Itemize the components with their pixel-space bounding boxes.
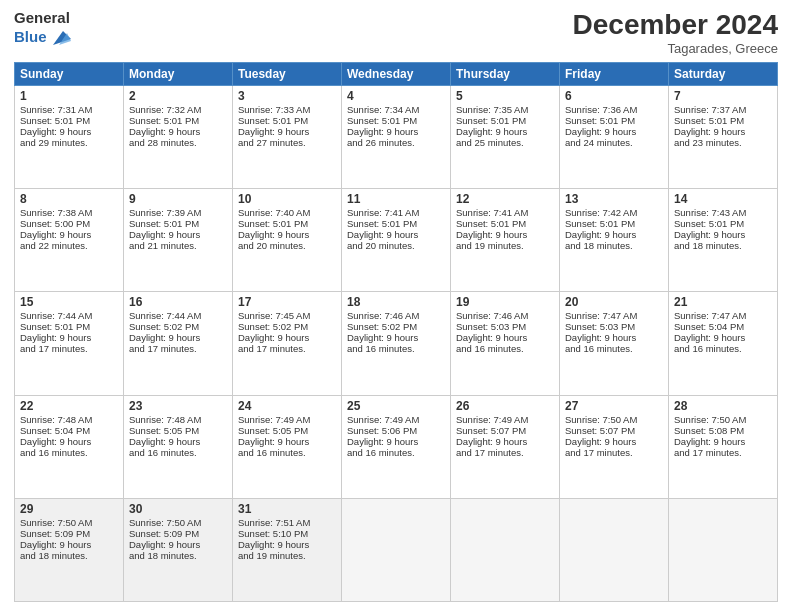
day-info-line: and 17 minutes. bbox=[674, 447, 772, 458]
calendar-cell: 11Sunrise: 7:41 AMSunset: 5:01 PMDayligh… bbox=[342, 189, 451, 292]
calendar-cell: 12Sunrise: 7:41 AMSunset: 5:01 PMDayligh… bbox=[451, 189, 560, 292]
calendar-header-monday: Monday bbox=[124, 62, 233, 85]
day-info-line: Sunrise: 7:47 AM bbox=[565, 310, 663, 321]
title-block: December 2024 Tagarades, Greece bbox=[573, 10, 778, 56]
day-info-line: Daylight: 9 hours bbox=[674, 332, 772, 343]
day-info-line: Sunset: 5:05 PM bbox=[238, 425, 336, 436]
day-number: 15 bbox=[20, 295, 118, 309]
day-info-line: Sunrise: 7:41 AM bbox=[347, 207, 445, 218]
calendar-cell: 14Sunrise: 7:43 AMSunset: 5:01 PMDayligh… bbox=[669, 189, 778, 292]
day-number: 28 bbox=[674, 399, 772, 413]
day-info-line: Sunset: 5:02 PM bbox=[238, 321, 336, 332]
calendar-cell: 3Sunrise: 7:33 AMSunset: 5:01 PMDaylight… bbox=[233, 85, 342, 188]
day-info-line: Sunrise: 7:46 AM bbox=[456, 310, 554, 321]
day-info-line: and 18 minutes. bbox=[674, 240, 772, 251]
day-info-line: and 16 minutes. bbox=[347, 343, 445, 354]
day-info-line: Daylight: 9 hours bbox=[129, 229, 227, 240]
calendar-cell: 31Sunrise: 7:51 AMSunset: 5:10 PMDayligh… bbox=[233, 498, 342, 601]
day-info-line: and 16 minutes. bbox=[129, 447, 227, 458]
calendar-cell: 13Sunrise: 7:42 AMSunset: 5:01 PMDayligh… bbox=[560, 189, 669, 292]
day-info-line: Sunrise: 7:36 AM bbox=[565, 104, 663, 115]
day-info-line: Sunrise: 7:49 AM bbox=[456, 414, 554, 425]
day-number: 2 bbox=[129, 89, 227, 103]
day-info-line: Sunset: 5:00 PM bbox=[20, 218, 118, 229]
day-info-line: Sunset: 5:01 PM bbox=[456, 218, 554, 229]
day-number: 6 bbox=[565, 89, 663, 103]
calendar-cell: 24Sunrise: 7:49 AMSunset: 5:05 PMDayligh… bbox=[233, 395, 342, 498]
calendar-header-friday: Friday bbox=[560, 62, 669, 85]
day-info-line: Sunset: 5:02 PM bbox=[129, 321, 227, 332]
day-info-line: and 17 minutes. bbox=[129, 343, 227, 354]
day-number: 4 bbox=[347, 89, 445, 103]
day-info-line: Sunset: 5:09 PM bbox=[20, 528, 118, 539]
day-info-line: and 17 minutes. bbox=[456, 447, 554, 458]
day-info-line: Daylight: 9 hours bbox=[20, 126, 118, 137]
calendar-cell: 22Sunrise: 7:48 AMSunset: 5:04 PMDayligh… bbox=[15, 395, 124, 498]
day-info-line: and 26 minutes. bbox=[347, 137, 445, 148]
day-info-line: Sunrise: 7:50 AM bbox=[20, 517, 118, 528]
calendar-header-thursday: Thursday bbox=[451, 62, 560, 85]
day-info-line: Sunset: 5:01 PM bbox=[20, 321, 118, 332]
header: General Blue December 2024 Tagarades, Gr… bbox=[14, 10, 778, 56]
day-info-line: Daylight: 9 hours bbox=[238, 539, 336, 550]
day-info-line: Daylight: 9 hours bbox=[347, 126, 445, 137]
day-info-line: Sunset: 5:07 PM bbox=[456, 425, 554, 436]
day-number: 17 bbox=[238, 295, 336, 309]
day-info-line: Daylight: 9 hours bbox=[238, 126, 336, 137]
calendar-header-wednesday: Wednesday bbox=[342, 62, 451, 85]
calendar-cell: 19Sunrise: 7:46 AMSunset: 5:03 PMDayligh… bbox=[451, 292, 560, 395]
location-subtitle: Tagarades, Greece bbox=[573, 41, 778, 56]
day-info-line: Sunset: 5:07 PM bbox=[565, 425, 663, 436]
day-info-line: Daylight: 9 hours bbox=[238, 229, 336, 240]
day-number: 7 bbox=[674, 89, 772, 103]
calendar-header-tuesday: Tuesday bbox=[233, 62, 342, 85]
day-info-line: Sunset: 5:09 PM bbox=[129, 528, 227, 539]
calendar-week-row: 8Sunrise: 7:38 AMSunset: 5:00 PMDaylight… bbox=[15, 189, 778, 292]
day-info-line: and 16 minutes. bbox=[347, 447, 445, 458]
calendar-cell: 17Sunrise: 7:45 AMSunset: 5:02 PMDayligh… bbox=[233, 292, 342, 395]
day-number: 1 bbox=[20, 89, 118, 103]
day-info-line: Sunrise: 7:32 AM bbox=[129, 104, 227, 115]
day-info-line: Sunset: 5:01 PM bbox=[347, 218, 445, 229]
day-info-line: Sunrise: 7:37 AM bbox=[674, 104, 772, 115]
day-number: 12 bbox=[456, 192, 554, 206]
day-info-line: Daylight: 9 hours bbox=[565, 229, 663, 240]
calendar-cell: 6Sunrise: 7:36 AMSunset: 5:01 PMDaylight… bbox=[560, 85, 669, 188]
day-info-line: Sunrise: 7:35 AM bbox=[456, 104, 554, 115]
logo-blue-text: Blue bbox=[14, 29, 47, 46]
day-info-line: and 16 minutes. bbox=[456, 343, 554, 354]
day-info-line: Daylight: 9 hours bbox=[238, 332, 336, 343]
calendar-cell bbox=[451, 498, 560, 601]
day-info-line: and 19 minutes. bbox=[456, 240, 554, 251]
day-info-line: and 16 minutes. bbox=[238, 447, 336, 458]
day-info-line: Daylight: 9 hours bbox=[456, 229, 554, 240]
day-number: 18 bbox=[347, 295, 445, 309]
day-info-line: Daylight: 9 hours bbox=[565, 126, 663, 137]
calendar-cell bbox=[669, 498, 778, 601]
day-number: 26 bbox=[456, 399, 554, 413]
day-info-line: Sunset: 5:01 PM bbox=[456, 115, 554, 126]
day-info-line: Sunrise: 7:39 AM bbox=[129, 207, 227, 218]
day-info-line: Sunrise: 7:45 AM bbox=[238, 310, 336, 321]
calendar-cell: 15Sunrise: 7:44 AMSunset: 5:01 PMDayligh… bbox=[15, 292, 124, 395]
calendar-body: 1Sunrise: 7:31 AMSunset: 5:01 PMDaylight… bbox=[15, 85, 778, 601]
day-info-line: and 24 minutes. bbox=[565, 137, 663, 148]
day-info-line: and 16 minutes. bbox=[674, 343, 772, 354]
day-number: 19 bbox=[456, 295, 554, 309]
month-title: December 2024 bbox=[573, 10, 778, 41]
day-info-line: Daylight: 9 hours bbox=[674, 229, 772, 240]
day-info-line: Daylight: 9 hours bbox=[20, 332, 118, 343]
day-number: 25 bbox=[347, 399, 445, 413]
day-info-line: Sunset: 5:01 PM bbox=[565, 115, 663, 126]
day-info-line: and 20 minutes. bbox=[347, 240, 445, 251]
day-info-line: Sunrise: 7:48 AM bbox=[20, 414, 118, 425]
calendar-cell: 2Sunrise: 7:32 AMSunset: 5:01 PMDaylight… bbox=[124, 85, 233, 188]
calendar-page: General Blue December 2024 Tagarades, Gr… bbox=[0, 0, 792, 612]
calendar-week-row: 29Sunrise: 7:50 AMSunset: 5:09 PMDayligh… bbox=[15, 498, 778, 601]
logo-icon bbox=[49, 27, 71, 49]
day-info-line: Sunrise: 7:43 AM bbox=[674, 207, 772, 218]
day-info-line: Sunset: 5:05 PM bbox=[129, 425, 227, 436]
calendar-cell: 20Sunrise: 7:47 AMSunset: 5:03 PMDayligh… bbox=[560, 292, 669, 395]
day-info-line: Daylight: 9 hours bbox=[347, 436, 445, 447]
calendar-week-row: 22Sunrise: 7:48 AMSunset: 5:04 PMDayligh… bbox=[15, 395, 778, 498]
